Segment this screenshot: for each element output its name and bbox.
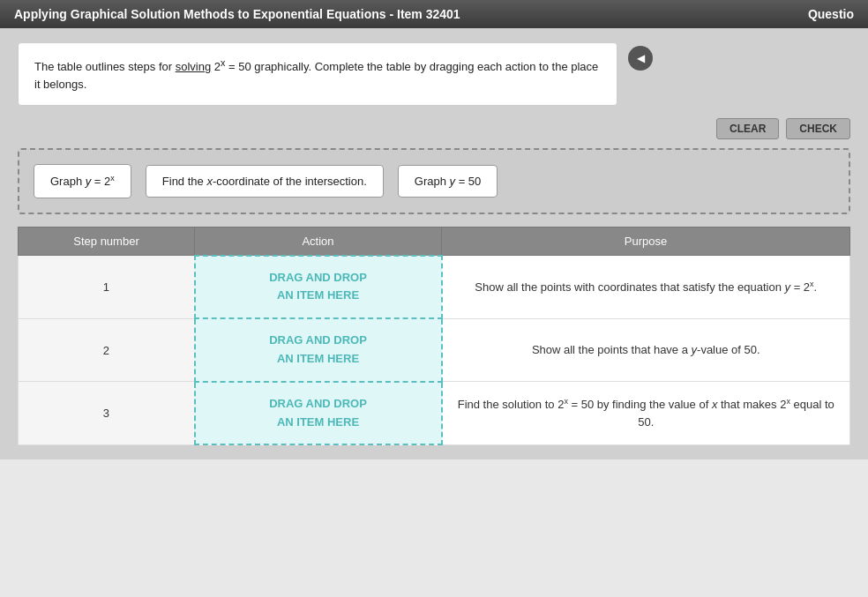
drag-items-area: Graph y = 2x Find the x-coordinate of th… <box>18 148 850 213</box>
steps-table: Step number Action Purpose 1 DRAG AND DR… <box>18 227 850 446</box>
header-title: Applying Graphical Solution Methods to E… <box>14 7 460 21</box>
purpose-2: Show all the points that have a y-value … <box>442 318 850 382</box>
drag-item-graph-y-50[interactable]: Graph y = 50 <box>398 165 498 198</box>
action-drop-zone-2[interactable]: DRAG AND DROPAN ITEM HERE <box>195 318 442 382</box>
col-header-purpose: Purpose <box>442 227 850 256</box>
action-drop-zone-1[interactable]: DRAG AND DROPAN ITEM HERE <box>195 256 442 319</box>
drag-item-find-x-coord[interactable]: Find the x-coordinate of the intersectio… <box>146 165 384 198</box>
check-button[interactable]: CHECK <box>786 118 850 139</box>
col-header-step: Step number <box>19 227 195 256</box>
instruction-text: The table outlines steps for solving 2x … <box>34 56 601 93</box>
step-number-1: 1 <box>19 256 195 319</box>
header-bar: Applying Graphical Solution Methods to E… <box>0 0 868 28</box>
audio-button[interactable]: ◀ <box>628 46 653 71</box>
question-label: Questio <box>808 7 854 21</box>
clear-button[interactable]: CLEAR <box>716 118 779 139</box>
col-header-action: Action <box>195 227 442 256</box>
drag-drop-label-1: DRAG AND DROPAN ITEM HERE <box>210 269 427 306</box>
table-row: 1 DRAG AND DROPAN ITEM HERE Show all the… <box>19 256 850 319</box>
purpose-3: Find the solution to 2x = 50 by finding … <box>442 382 850 445</box>
drag-drop-label-2: DRAG AND DROPAN ITEM HERE <box>210 332 427 369</box>
purpose-1: Show all the points with coordinates tha… <box>442 256 850 319</box>
instruction-box: The table outlines steps for solving 2x … <box>18 42 617 106</box>
top-actions: CLEAR CHECK <box>18 118 850 139</box>
action-drop-zone-3[interactable]: DRAG AND DROPAN ITEM HERE <box>195 382 442 445</box>
step-number-3: 3 <box>19 382 195 445</box>
drag-drop-label-3: DRAG AND DROPAN ITEM HERE <box>210 395 427 432</box>
table-row: 3 DRAG AND DROPAN ITEM HERE Find the sol… <box>19 382 850 445</box>
step-number-2: 2 <box>19 318 195 382</box>
table-row: 2 DRAG AND DROPAN ITEM HERE Show all the… <box>19 318 850 382</box>
drag-item-graph-y-2x[interactable]: Graph y = 2x <box>34 164 131 198</box>
